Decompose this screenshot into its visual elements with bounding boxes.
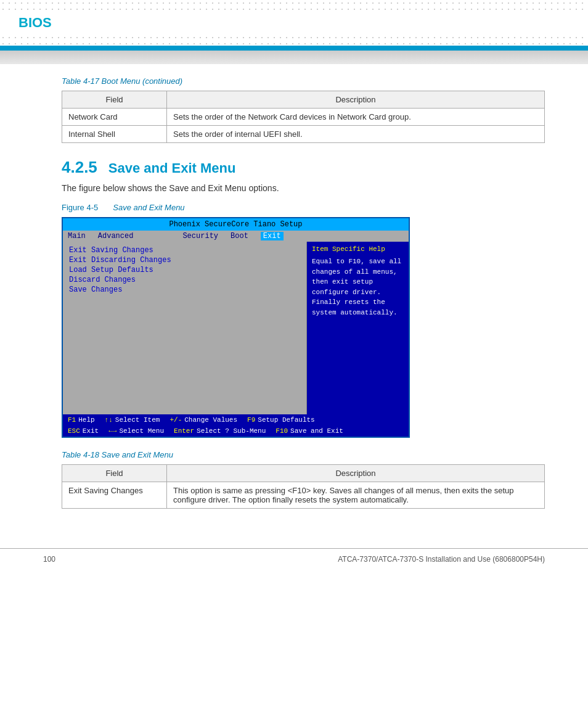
- section-description: The figure below shows the Save and Exit…: [62, 183, 545, 193]
- main-content: Table 4-17 Boot Menu (continued) Field D…: [0, 64, 588, 542]
- bios-menu-security[interactable]: Security: [182, 232, 218, 240]
- table17-col-desc: Description: [167, 91, 545, 109]
- table-row: Exit Saving Changes This option is same …: [62, 482, 545, 509]
- bios-label-change-values: Change Values: [184, 416, 237, 424]
- table18-col-desc: Description: [167, 465, 545, 482]
- bios-footer-row2: ESC Exit ←→ Select Menu Enter Select ? S…: [63, 425, 409, 437]
- bios-footer-row1: F1 Help ↑↓ Select Item +/- Change Values…: [63, 414, 409, 425]
- bios-label-help: Help: [78, 416, 94, 424]
- header-dots-top: [0, 0, 588, 11]
- bios-footer-arrows: ↑↓ Select Item: [105, 416, 160, 424]
- bios-label-setup-defaults: Setup Defaults: [258, 416, 314, 424]
- bios-key-arrows: ↑↓: [105, 416, 113, 424]
- header-dots-bottom: [0, 35, 588, 46]
- bios-footer-plusminus: +/- Change Values: [169, 416, 237, 424]
- bios-menu-bar: Main Advanced Security Boot Exit: [63, 231, 409, 242]
- header-gray-bar: [0, 51, 588, 64]
- table18-row1-field: Exit Saving Changes: [62, 482, 167, 509]
- bios-screenshot: Phoenix SecureCore Tiano Setup Main Adva…: [62, 217, 410, 438]
- bios-help-panel: Item Specific Help Equal to F10, save al…: [307, 242, 409, 414]
- figure-number: Figure 4-5: [62, 203, 98, 212]
- bios-key-esc: ESC: [68, 427, 80, 435]
- page-number: 100: [43, 555, 55, 564]
- bios-footer-esc: ESC Exit: [68, 427, 99, 435]
- bios-label-sub-menu: Select ? Sub-Menu: [197, 427, 266, 435]
- table17-row1-field: Network Card: [62, 109, 167, 126]
- page-footer: 100 ATCA-7370/ATCA-7370-S Installation a…: [0, 548, 588, 570]
- bios-option-load-defaults[interactable]: Load Setup Defaults: [69, 265, 300, 275]
- table18-col-field: Field: [62, 465, 167, 482]
- bios-label-select-item: Select Item: [115, 416, 160, 424]
- bios-menu-boot[interactable]: Boot: [231, 232, 248, 240]
- bios-label-save-exit: Save and Exit: [290, 427, 343, 435]
- bios-key-f10: F10: [276, 427, 288, 435]
- bios-body: Exit Saving Changes Exit Discarding Chan…: [63, 242, 409, 414]
- bios-options-panel: Exit Saving Changes Exit Discarding Chan…: [63, 242, 307, 414]
- header-title-row: BIOS: [0, 11, 588, 35]
- bios-key-plusminus: +/-: [169, 416, 182, 424]
- header-blue-bar: [0, 46, 588, 51]
- bios-footer-f1: F1 Help: [68, 416, 95, 424]
- header: BIOS: [0, 0, 588, 64]
- table-18: Field Description Exit Saving Changes Th…: [62, 464, 545, 509]
- bios-footer-enter: Enter Select ? Sub-Menu: [174, 427, 266, 435]
- figure-caption: Figure 4-5 Save and Exit Menu: [62, 203, 545, 212]
- bios-option-exit-discarding[interactable]: Exit Discarding Changes: [69, 255, 300, 265]
- table17-row2-field: Internal Shell: [62, 126, 167, 143]
- figure-title: Save and Exit Menu: [113, 203, 184, 212]
- bios-key-lr-arrows: ←→: [108, 427, 116, 435]
- table-row: Network Card Sets the order of the Netwo…: [62, 109, 545, 126]
- bios-footer-f10: F10 Save and Exit: [276, 427, 343, 435]
- bios-option-exit-saving[interactable]: Exit Saving Changes: [69, 245, 300, 255]
- header-title: BIOS: [18, 15, 52, 31]
- bios-title-bar: Phoenix SecureCore Tiano Setup: [63, 218, 409, 231]
- bios-label-exit: Exit: [83, 427, 99, 435]
- bios-menu-exit[interactable]: Exit: [261, 232, 284, 240]
- document-title: ATCA-7370/ATCA-7370-S Installation and U…: [338, 555, 545, 564]
- bios-key-f9: F9: [247, 416, 255, 424]
- bios-footer-lr-arrows: ←→ Select Menu: [108, 427, 164, 435]
- bios-option-discard[interactable]: Discard Changes: [69, 275, 300, 285]
- table-row: Internal Shell Sets the order of interna…: [62, 126, 545, 143]
- bios-menu-advanced[interactable]: Advanced: [98, 232, 134, 240]
- bios-menu-main[interactable]: Main: [68, 232, 86, 240]
- table17-row1-desc: Sets the order of the Network Card devic…: [167, 109, 545, 126]
- bios-footer-f9: F9 Setup Defaults: [247, 416, 315, 424]
- section-heading: 4.2.5 Save and Exit Menu: [62, 158, 545, 177]
- bios-key-enter: Enter: [174, 427, 194, 435]
- section-title: Save and Exit Menu: [108, 160, 236, 176]
- table-17: Field Description Network Card Sets the …: [62, 91, 545, 143]
- table17-caption: Table 4-17 Boot Menu (continued): [62, 76, 545, 86]
- table17-col-field: Field: [62, 91, 167, 109]
- bios-key-f1: F1: [68, 416, 76, 424]
- table18-caption: Table 4-18 Save and Exit Menu: [62, 450, 545, 459]
- bios-help-text: Equal to F10, save all changes of all me…: [312, 257, 404, 318]
- section-number: 4.2.5: [62, 158, 97, 177]
- table18-row1-desc: This option is same as pressing <F10> ke…: [167, 482, 545, 509]
- bios-help-title: Item Specific Help: [312, 245, 404, 253]
- bios-option-save[interactable]: Save Changes: [69, 285, 300, 295]
- bios-label-select-menu: Select Menu: [119, 427, 164, 435]
- table17-row2-desc: Sets the order of internal UEFI shell.: [167, 126, 545, 143]
